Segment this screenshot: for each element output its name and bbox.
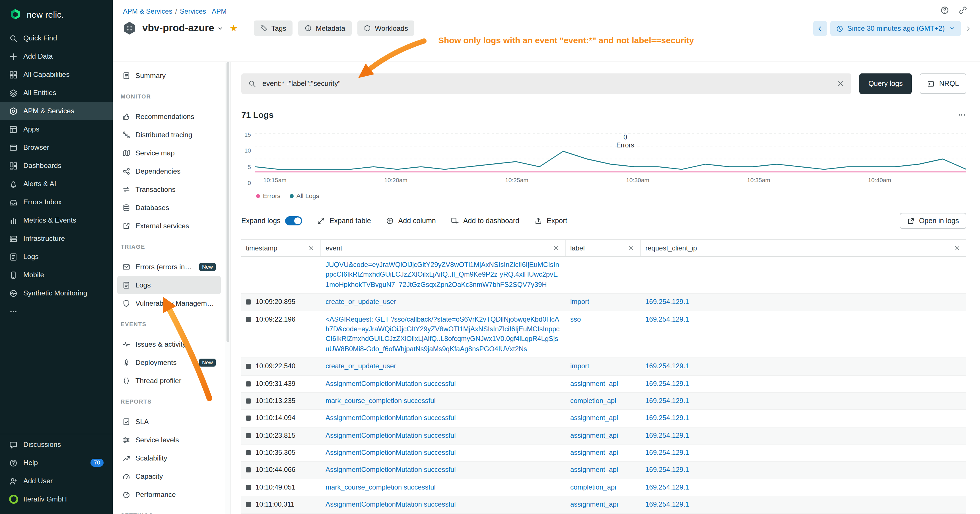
subnav-scrollbar[interactable]: [225, 62, 231, 514]
time-back-button[interactable]: [813, 21, 827, 36]
request-client-ip-link[interactable]: 169.254.129.1: [645, 466, 689, 474]
permalink-icon[interactable]: [958, 6, 967, 15]
breadcrumb-apm-services[interactable]: APM & Services: [123, 7, 172, 15]
log-row-marker-icon[interactable]: [246, 450, 251, 455]
help-icon[interactable]: [940, 6, 949, 15]
log-row[interactable]: 10:09:31.439AssignmentCompletionMutation…: [241, 376, 966, 393]
event-link[interactable]: AssignmentCompletionMutation successful: [326, 501, 456, 509]
request-client-ip-link[interactable]: 169.254.129.1: [645, 431, 689, 439]
sidebar-item-browser[interactable]: Browser: [0, 138, 113, 156]
remove-column-icon[interactable]: [308, 245, 315, 251]
legend-errors[interactable]: Errors: [256, 193, 280, 199]
label-link[interactable]: assignment_api: [570, 431, 618, 439]
sidebar-item-add-user[interactable]: Add User: [0, 472, 113, 490]
log-row-marker-icon[interactable]: [246, 398, 251, 404]
subnav-item-vulnerability-management[interactable]: Vulnerability Management: [117, 294, 221, 312]
subnav-scrollbar-thumb[interactable]: [226, 62, 229, 342]
expand-logs-toggle[interactable]: [285, 216, 302, 225]
subnav-item-errors-errors-inb[interactable]: Errors (errors inb...New: [117, 258, 221, 276]
request-client-ip-link[interactable]: 169.254.129.1: [645, 414, 689, 422]
log-row[interactable]: 10:11:00.311AssignmentCompletionMutation…: [241, 496, 966, 514]
sidebar-item-apm-services[interactable]: APM & Services: [0, 102, 113, 120]
request-client-ip-link[interactable]: 169.254.129.1: [645, 298, 689, 306]
subnav-item-deployments[interactable]: DeploymentsNew: [117, 353, 221, 372]
sidebar-item-all-capabilities[interactable]: All Capabilities: [0, 65, 113, 84]
subnav-item-thread-profiler[interactable]: Thread profiler: [117, 372, 221, 390]
expand-table-button[interactable]: Expand table: [317, 217, 371, 225]
entity-switcher-chevron-icon[interactable]: [217, 25, 224, 32]
export-button[interactable]: Export: [534, 217, 567, 225]
subnav-item-databases[interactable]: Databases: [117, 199, 221, 217]
log-row-marker-icon[interactable]: [246, 502, 251, 508]
breadcrumb-services-apm[interactable]: Services - APM: [180, 7, 226, 15]
event-link[interactable]: <ASGIRequest: GET '/sso/callback/?state=…: [326, 315, 560, 353]
log-row-marker-icon[interactable]: [246, 416, 251, 421]
event-link[interactable]: mark_course_completion successful: [326, 483, 436, 491]
request-client-ip-link[interactable]: 169.254.129.1: [645, 483, 689, 491]
event-link[interactable]: create_or_update_user: [326, 298, 396, 306]
sidebar-item-synthetic-monitoring[interactable]: Synthetic Monitoring: [0, 284, 113, 302]
subnav-item-scalability[interactable]: Scalability: [117, 449, 221, 467]
event-link[interactable]: AssignmentCompletionMutation successful: [326, 466, 456, 474]
clear-query-icon[interactable]: [837, 80, 845, 88]
label-link[interactable]: completion_api: [570, 397, 616, 405]
label-link[interactable]: completion_api: [570, 483, 616, 491]
sidebar-item-help[interactable]: Help70: [0, 454, 113, 472]
log-row[interactable]: 10:10:44.066AssignmentCompletionMutation…: [241, 462, 966, 479]
time-picker[interactable]: Since 30 minutes ago (GMT+2): [830, 21, 961, 36]
add-to-dashboard-button[interactable]: Add to dashboard: [451, 217, 519, 225]
request-client-ip-link[interactable]: 169.254.129.1: [645, 379, 689, 387]
sidebar-item-add-data[interactable]: Add Data: [0, 47, 113, 65]
sidebar-item-metrics-events[interactable]: Metrics & Events: [0, 211, 113, 229]
remove-column-icon[interactable]: [628, 245, 635, 251]
sidebar-item-alerts-ai[interactable]: Alerts & AI: [0, 175, 113, 193]
sidebar-item-infrastructure[interactable]: Infrastructure: [0, 229, 113, 248]
event-link[interactable]: create_or_update_user: [326, 362, 396, 370]
tags-button[interactable]: Tags: [254, 21, 293, 36]
favorite-star-icon[interactable]: ★: [230, 23, 238, 33]
request-client-ip-link[interactable]: 169.254.129.1: [645, 397, 689, 405]
remove-column-icon[interactable]: [954, 245, 961, 251]
log-row[interactable]: JUQVU&code=eyJraWQiOiJjcGltY29yZV8wOTl1M…: [241, 257, 966, 294]
log-row[interactable]: 10:09:20.895create_or_update_userimport1…: [241, 294, 966, 311]
subnav-item-distributed-tracing[interactable]: Distributed tracing: [117, 126, 221, 144]
sidebar-item-logs[interactable]: Logs: [0, 248, 113, 266]
time-forward-chevron-icon[interactable]: [965, 25, 972, 32]
request-client-ip-link[interactable]: 169.254.129.1: [645, 501, 689, 509]
sidebar-item-discussions[interactable]: Discussions: [0, 436, 113, 454]
log-row-marker-icon[interactable]: [246, 468, 251, 473]
add-column-button[interactable]: Add column: [386, 217, 436, 225]
subnav-item-recommendations[interactable]: Recommendations: [117, 108, 221, 126]
subnav-item-transactions[interactable]: Transactions: [117, 180, 221, 199]
label-link[interactable]: assignment_api: [570, 466, 618, 474]
sidebar-item-dashboards[interactable]: Dashboards: [0, 156, 113, 175]
label-link[interactable]: assignment_api: [570, 379, 618, 387]
log-row[interactable]: 10:10:13.235mark_course_completion succe…: [241, 393, 966, 410]
newrelic-logo[interactable]: new relic.: [0, 0, 113, 29]
nrql-button[interactable]: NRQL: [920, 73, 966, 94]
log-row-marker-icon[interactable]: [246, 299, 251, 304]
label-link[interactable]: import: [570, 298, 589, 306]
sidebar-item-mobile[interactable]: Mobile: [0, 266, 113, 284]
log-row-marker-icon[interactable]: [246, 317, 251, 322]
open-in-logs-button[interactable]: Open in logs: [900, 213, 966, 229]
panel-menu-icon[interactable]: [957, 110, 966, 119]
subnav-item-service-map[interactable]: Service map: [117, 144, 221, 162]
log-row-marker-icon[interactable]: [246, 381, 251, 386]
label-link[interactable]: assignment_api: [570, 414, 618, 422]
event-link[interactable]: AssignmentCompletionMutation successful: [326, 449, 456, 457]
metadata-button[interactable]: Metadata: [298, 21, 352, 36]
subnav-item-summary[interactable]: Summary: [117, 67, 221, 85]
legend-all-logs[interactable]: All Logs: [290, 193, 319, 199]
log-row-marker-icon[interactable]: [246, 485, 251, 490]
log-row-marker-icon[interactable]: [246, 433, 251, 438]
sidebar-item-more[interactable]: [0, 302, 113, 320]
log-row[interactable]: 10:10:14.094AssignmentCompletionMutation…: [241, 410, 966, 428]
workloads-button[interactable]: Workloads: [357, 21, 414, 36]
log-row[interactable]: 10:10:49.051mark_course_completion succe…: [241, 479, 966, 496]
logs-query-input[interactable]: [261, 79, 832, 88]
log-row-marker-icon[interactable]: [246, 364, 251, 369]
sidebar-item-quick-find[interactable]: Quick Find: [0, 29, 113, 47]
remove-column-icon[interactable]: [553, 245, 560, 251]
subnav-item-sla[interactable]: SLA: [117, 413, 221, 431]
